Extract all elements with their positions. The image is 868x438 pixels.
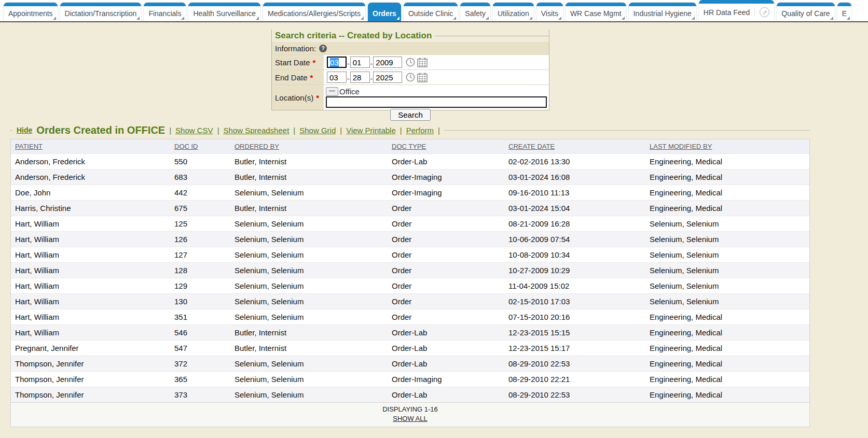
cell-create-date: 02-02-2016 13:30 [504, 154, 645, 169]
clock-icon[interactable] [405, 72, 416, 82]
cell-patient: Thompson, Jennifer [11, 356, 170, 372]
table-row: Hart, William 546 Butler, Internist Orde… [11, 325, 809, 341]
cell-doc-type: Order [388, 294, 504, 309]
cell-last-modified-by: Selenium, Selenium [645, 216, 809, 232]
tab-orders[interactable]: Orders [368, 3, 401, 21]
cell-doc-type: Order [388, 263, 504, 278]
cell-doc-type: Order-Lab [388, 341, 504, 356]
table-row: Hart, William 127 Selenium, Selenium Ord… [11, 247, 809, 263]
cell-create-date: 09-16-2010 11:13 [504, 185, 645, 201]
cell-doc-type: Order [388, 309, 504, 325]
start-date-day-input[interactable] [350, 56, 370, 68]
locations-label-cell: Location(s) * [272, 85, 324, 110]
cell-create-date: 11-04-2009 15:02 [504, 278, 645, 294]
calendar-icon[interactable] [417, 73, 428, 82]
cell-last-modified-by: Engineering, Medical [645, 341, 809, 356]
table-row: Hart, William 125 Selenium, Selenium Ord… [11, 216, 809, 232]
tab-partial-cutoff[interactable]: E [837, 3, 851, 21]
column-header-create-date[interactable]: CREATE DATE [504, 139, 645, 154]
hide-link[interactable]: Hide [17, 126, 32, 134]
show-spreadsheet-link[interactable]: Show Spreadsheet [224, 126, 290, 135]
show-csv-link[interactable]: Show CSV [175, 126, 213, 135]
locations-label: Location(s) [275, 93, 313, 102]
results-title: Orders Created in OFFICE [36, 124, 165, 136]
cell-last-modified-by: Engineering, Medical [645, 201, 809, 216]
cell-doc-id: 675 [170, 201, 230, 216]
table-row: Hart, William 129 Selenium, Selenium Ord… [11, 278, 809, 294]
information-row: Information: ? [272, 42, 549, 54]
show-all-link[interactable]: SHOW ALL [393, 415, 427, 422]
column-header-patient[interactable]: PATIENT [11, 139, 170, 154]
cell-last-modified-by: Engineering, Medical [645, 154, 809, 169]
tab-wr-case-mgmt[interactable]: WR Case Mgmt [566, 3, 626, 21]
results-section: Hide Orders Created in OFFICE | Show CSV… [10, 123, 810, 427]
cell-doc-id: 683 [170, 169, 230, 185]
tab-outside-clinic[interactable]: Outside Clinic [404, 3, 458, 21]
start-date-field-cell: 03 - - [324, 55, 549, 69]
table-footer: DISPLAYING 1-16 SHOW ALL [11, 402, 809, 427]
column-header-ordered-by[interactable]: ORDERED BY [230, 139, 388, 154]
end-date-month-input[interactable] [327, 72, 347, 83]
end-date-day-input[interactable] [350, 72, 370, 83]
external-link-wrap: ↗ [754, 7, 769, 17]
cell-create-date: 03-01-2024 16:08 [504, 169, 645, 185]
cell-doc-id: 547 [170, 341, 230, 356]
date-separator: - [347, 75, 350, 83]
cell-ordered-by: Selenium, Selenium [230, 387, 388, 403]
cell-create-date: 08-29-2010 22:53 [504, 356, 645, 372]
cell-doc-type: Order [388, 232, 504, 247]
show-grid-link[interactable]: Show Grid [299, 126, 336, 135]
tab-health-surveillance[interactable]: Health Surveillance [188, 3, 260, 21]
tab-label: Industrial Hygiene [633, 10, 692, 17]
tab-quality-of-care[interactable]: Quality of Care [777, 3, 834, 21]
column-header-doc-type[interactable]: DOC TYPE [388, 139, 504, 154]
cell-doc-type: Order [388, 278, 504, 294]
cell-create-date: 03-01-2024 15:04 [504, 201, 645, 216]
tab-hr-data-feed[interactable]: HR Data Feed ↗ [699, 0, 774, 21]
tab-utilization[interactable]: Utilization [493, 3, 534, 21]
tab-visits[interactable]: Visits [536, 3, 563, 21]
cell-doc-id: 127 [170, 247, 230, 263]
cell-doc-id: 125 [170, 216, 230, 232]
search-button[interactable]: Search [390, 109, 431, 121]
calendar-icon[interactable] [417, 58, 428, 67]
separator-pipe: | [293, 126, 295, 135]
column-header-last-modified-by[interactable]: LAST MODIFIED BY [645, 139, 809, 154]
search-button-row: Search [271, 109, 549, 121]
panel-title-row: Search criteria -- Created by Location [272, 30, 549, 42]
tab-medications-allergies-scripts[interactable]: Medications/Allergies/Scripts [263, 3, 365, 21]
table-row: Hart, William 126 Selenium, Selenium Ord… [11, 232, 809, 247]
tab-dictation-transcription[interactable]: Dictation/Transcription [60, 3, 142, 21]
external-link-icon[interactable]: ↗ [760, 7, 769, 17]
separator-pipe: | [169, 126, 171, 135]
cell-ordered-by: Selenium, Selenium [230, 263, 388, 278]
table-row: Thompson, Jennifer 372 Selenium, Seleniu… [11, 356, 809, 372]
end-date-year-input[interactable] [373, 72, 402, 83]
tab-industrial-hygiene[interactable]: Industrial Hygiene [629, 3, 696, 21]
cell-patient: Hart, William [11, 216, 170, 232]
help-icon[interactable]: ? [319, 45, 327, 52]
cell-ordered-by: Selenium, Selenium [230, 356, 388, 372]
cell-doc-type: Order [388, 201, 504, 216]
start-date-label-cell: Start Date * [272, 55, 324, 69]
cell-doc-type: Order-Imaging [388, 185, 504, 201]
cell-last-modified-by: Selenium, Selenium [645, 232, 809, 247]
start-date-month-input[interactable]: 03 [327, 56, 347, 68]
locations-input[interactable] [326, 96, 547, 108]
cell-doc-type: Order-Lab [388, 356, 504, 372]
table-row: Anderson, Frederick 550 Butler, Internis… [11, 154, 809, 169]
column-header-doc-id[interactable]: DOC ID [170, 139, 230, 154]
view-printable-link[interactable]: View Printable [346, 126, 396, 135]
start-date-year-input[interactable] [373, 56, 402, 68]
tab-financials[interactable]: Financials [144, 3, 186, 21]
clock-icon[interactable] [405, 57, 416, 67]
cell-create-date: 08-29-2010 22:21 [504, 372, 645, 387]
perform-link[interactable]: Perform [406, 126, 434, 135]
cell-create-date: 08-29-2010 22:53 [504, 387, 645, 403]
header-rule [444, 130, 810, 131]
tab-safety[interactable]: Safety [460, 3, 490, 21]
tab-appointments[interactable]: Appointments [4, 3, 58, 21]
table-header-row: PATIENT DOC ID ORDERED BY DOC TYPE CREAT… [11, 139, 809, 154]
remove-location-button[interactable]: — [326, 87, 338, 96]
start-date-label: Start Date [275, 58, 310, 67]
